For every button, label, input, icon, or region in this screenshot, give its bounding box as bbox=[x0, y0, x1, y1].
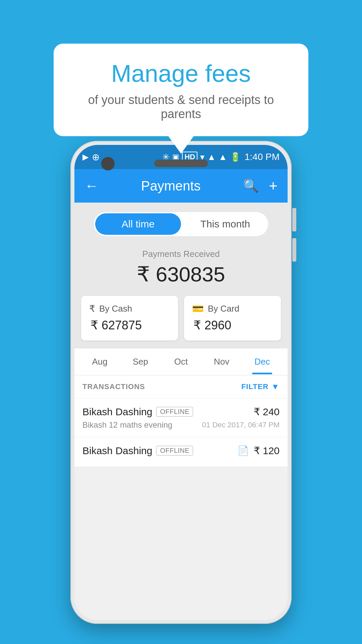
transaction-row: Bikash Dashing OFFLINE ₹ 240 Bikash 12 m… bbox=[74, 398, 288, 437]
screen: ▶ ⊕ ✳ ▣ HD ▾ ▲ ▲ 🔋 1:40 PM bbox=[74, 145, 288, 620]
camera bbox=[101, 157, 115, 170]
transaction-desc-1: Bikash 12 maths evening bbox=[82, 420, 172, 430]
receipt-icon: 📄 bbox=[237, 445, 249, 456]
transactions-label: TRANSACTIONS bbox=[82, 382, 145, 391]
card-card: 💳 By Card ₹ 2960 bbox=[184, 296, 281, 340]
phone-frame: ▶ ⊕ ✳ ▣ HD ▾ ▲ ▲ 🔋 1:40 PM bbox=[70, 141, 292, 624]
transaction-name-1: Bikash Dashing bbox=[82, 406, 152, 418]
status-left-icons: ▶ ⊕ bbox=[82, 152, 100, 163]
payments-label: Payments Received bbox=[81, 249, 281, 259]
transaction-right-2: 📄 ₹ 120 bbox=[237, 445, 280, 457]
back-button[interactable]: ← bbox=[84, 178, 99, 194]
card-card-header: 💳 By Card bbox=[192, 303, 273, 314]
speech-bubble: Manage fees of your students & send rece… bbox=[54, 44, 308, 136]
filter-label: FILTER bbox=[241, 382, 268, 391]
transaction-row-top: Bikash Dashing OFFLINE ₹ 240 bbox=[82, 406, 280, 418]
month-oct[interactable]: Oct bbox=[162, 353, 199, 370]
speech-bubble-container: Manage fees of your students & send rece… bbox=[54, 44, 308, 136]
bubble-subtitle: of your students & send receipts to pare… bbox=[74, 93, 288, 121]
refresh-icon: ⊕ bbox=[92, 152, 100, 163]
this-month-filter[interactable]: This month bbox=[182, 212, 268, 236]
transaction-badge-1: OFFLINE bbox=[156, 407, 193, 417]
transaction-amount-2: ₹ 120 bbox=[254, 445, 280, 457]
payments-amount: ₹ 630835 bbox=[81, 262, 281, 286]
app-bar-actions: 🔍 + bbox=[243, 177, 278, 194]
play-icon: ▶ bbox=[82, 152, 88, 162]
transaction-row-bottom: Bikash 12 maths evening 01 Dec 2017, 06:… bbox=[82, 420, 280, 430]
cash-icon: ₹ bbox=[89, 303, 95, 314]
transactions-header: TRANSACTIONS FILTER ▼ bbox=[74, 375, 288, 398]
filter-action[interactable]: FILTER ▼ bbox=[241, 382, 280, 391]
month-aug[interactable]: Aug bbox=[81, 353, 118, 370]
page-title: Payments bbox=[105, 178, 236, 194]
transaction-right-1: ₹ 240 bbox=[254, 406, 280, 418]
cards-row: ₹ By Cash ₹ 627875 💳 By Card ₹ 2960 bbox=[74, 296, 288, 348]
month-nov[interactable]: Nov bbox=[203, 353, 240, 370]
cash-card: ₹ By Cash ₹ 627875 bbox=[81, 296, 178, 340]
funnel-icon: ▼ bbox=[271, 382, 280, 391]
bubble-title: Manage fees bbox=[74, 60, 288, 87]
transaction-badge-2: OFFLINE bbox=[156, 446, 193, 455]
month-sep[interactable]: Sep bbox=[122, 353, 159, 370]
transaction-date-1: 01 Dec 2017, 06:47 PM bbox=[202, 421, 280, 429]
add-icon[interactable]: + bbox=[269, 177, 278, 194]
all-time-filter[interactable]: All time bbox=[95, 213, 181, 235]
transaction-name-row: Bikash Dashing OFFLINE bbox=[82, 406, 193, 418]
battery-icon: 🔋 bbox=[230, 152, 241, 162]
month-dec[interactable]: Dec bbox=[244, 353, 281, 370]
phone-outer: ▶ ⊕ ✳ ▣ HD ▾ ▲ ▲ 🔋 1:40 PM bbox=[70, 141, 292, 624]
cash-card-header: ₹ By Cash bbox=[89, 303, 170, 314]
time-display: 1:40 PM bbox=[245, 152, 280, 162]
signal-bars-2: ▲ bbox=[219, 152, 227, 162]
card-icon: 💳 bbox=[192, 303, 204, 314]
month-tabs: Aug Sep Oct Nov Dec bbox=[74, 348, 288, 375]
filter-section: All time This month bbox=[74, 203, 288, 246]
transaction-name-2: Bikash Dashing bbox=[82, 445, 152, 457]
transaction-row-2: Bikash Dashing OFFLINE 📄 ₹ 120 bbox=[74, 437, 288, 467]
card-amount: ₹ 2960 bbox=[192, 318, 273, 332]
transaction-row-2-top: Bikash Dashing OFFLINE 📄 ₹ 120 bbox=[82, 445, 280, 457]
volume-button-down bbox=[292, 238, 296, 262]
cash-amount: ₹ 627875 bbox=[89, 318, 170, 332]
filter-pill: All time This month bbox=[94, 212, 268, 236]
signal-bars: ▲ bbox=[207, 152, 216, 162]
volume-button-up bbox=[292, 208, 296, 231]
card-label: By Card bbox=[208, 304, 239, 314]
search-icon[interactable]: 🔍 bbox=[243, 178, 259, 193]
speaker bbox=[154, 160, 208, 167]
payments-section: Payments Received ₹ 630835 bbox=[74, 246, 288, 296]
transaction-amount-1: ₹ 240 bbox=[254, 406, 280, 418]
cash-label: By Cash bbox=[99, 304, 132, 314]
phone-inner: ▶ ⊕ ✳ ▣ HD ▾ ▲ ▲ 🔋 1:40 PM bbox=[74, 145, 288, 620]
app-bar: ← Payments 🔍 + bbox=[74, 169, 288, 203]
transaction-name-row-2: Bikash Dashing OFFLINE bbox=[82, 445, 193, 457]
